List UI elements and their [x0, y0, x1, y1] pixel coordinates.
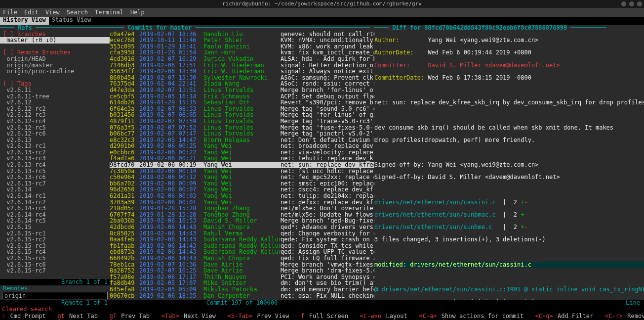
diff-pane: ──── Diff for 98fcd70b642dd843f80c92eeb6… [374, 25, 644, 306]
refs-tag-24[interactable]: v2.6.15-rc2 [0, 236, 110, 243]
commits-title: ──── Commits for master ────────────────… [110, 25, 374, 31]
diff-hunk1: @ drivers/net/ethernet/sun/cassini.c:190… [374, 286, 644, 293]
commit-row[interactable]: 35634ff2019-02-06 18:39 Eric W. Biederma… [110, 68, 374, 75]
remotes-input[interactable] [2, 292, 108, 299]
refs-tag-9[interactable]: v2.6.13-rc1 [0, 143, 110, 149]
remotes-header: Remotes [0, 285, 110, 292]
commit-row[interactable]: 6f64e3a2019-02-07 08:33 Linus TorvaldsMe… [110, 106, 374, 112]
menu-bar: File Edit View Search Terminal Help [0, 8, 644, 17]
refs-tag-2[interactable]: v2.6.12 [0, 99, 110, 106]
diff-msg1: net: sun: replace dev_kfree_skb_irq by d… [374, 99, 644, 106]
commit-row[interactable]: d2901b02019-02-06 00:25 Yang Weinet: bro… [110, 143, 374, 149]
commit-row[interactable]: 353c0952019-01-29 18:41 Paolo BonziniKVM… [110, 44, 374, 50]
menu-view[interactable]: View [45, 9, 60, 16]
commit-row[interactable]: c50e9642019-02-06 00:12 Yang Weinet: fec… [110, 174, 374, 181]
refs-tag-7[interactable]: v2.6.12-rc6 [0, 131, 110, 137]
diff-committer: Committer: David S. Miller <davem@daveml… [374, 62, 644, 69]
commit-row[interactable]: 78eb1ca2019-02-07 10:36 Dave AirlieMerge… [110, 262, 374, 268]
refs-title: ──── Refs ──────────────────────── [0, 25, 110, 31]
refs-tag-0[interactable]: v2.6.11 [0, 87, 110, 93]
refs-tag-14[interactable]: v2.6.13-rc6 [0, 174, 110, 181]
diff-filestat2: drivers/net/ethernet/sun/sunbmac.c | 2 +… [374, 212, 644, 218]
commit-row[interactable]: 7c3850a2019-02-06 00:14 Yang Weinet: fsl… [110, 168, 374, 175]
diff-soff1: Signed-off-by: Yang Wei <yang.wei9@zte.c… [374, 162, 644, 168]
refs-tag-22[interactable]: v2.6.15 [0, 224, 110, 230]
refs-remote-footer: Remote 1 of 1 [0, 300, 110, 306]
refs-tag-29[interactable]: v2.6.15-rc7 [0, 268, 110, 274]
commits-footer: Commit 197 of 100000 [110, 300, 374, 306]
refs-tag-27[interactable]: v2.6.15-rc5 [0, 255, 110, 262]
commit-row[interactable]: ce5cbf52019-02-05 16:14 Erik SchmaussACP… [110, 93, 374, 100]
maximize-icon[interactable] [629, 1, 634, 6]
commit-row[interactable]: 98fcd702019-02-06 00:19 Yang Weinet: sun… [110, 162, 374, 168]
commit-row[interactable]: fb1faab2019-02-06 14:43 Sudarsana Reddy … [110, 243, 374, 249]
commit-row[interactable]: b0314562019-02-07 08:05 Linus TorvaldsMe… [110, 112, 374, 118]
diff-title: ──── Diff for 98fcd70b642dd843f80c92eeb6… [374, 25, 644, 31]
diff-msg2: dev_consume_skb_irq() should be called w… [374, 125, 644, 131]
refs-tag-17[interactable]: v2.6.14-rc1 [0, 193, 110, 199]
menu-edit[interactable]: Edit [24, 9, 39, 16]
refs-pane: ──── Refs ──────────────────────── [ ] B… [0, 25, 110, 306]
diff-filestat1: drivers/net/ethernet/sun/cassini.c | 2 +… [374, 199, 644, 206]
commit-row[interactable]: c0a47e42019-02-07 18:36 Hangbin Liugenev… [110, 31, 374, 38]
commits-pane: ──── Commits for master ────────────────… [110, 25, 374, 306]
refs-branch-master[interactable]: master (↑0 ↓0) [0, 37, 110, 44]
commit-row[interactable]: d47e3da2019-02-07 11:51 Linus TorvaldsMe… [110, 87, 374, 93]
commit-row[interactable]: 62d1a312019-02-06 00:03 Yang Weinet: tul… [110, 193, 374, 199]
diff-author: Author: Yang Wei <yang.wei9@zte.com.cn> [374, 37, 644, 44]
tab-bar: History View Status View [0, 17, 644, 25]
commit-row[interactable]: 8a287522019-02-07 10:25 Dave AirlieMerge… [110, 268, 374, 274]
commit-row[interactable]: 4879f112019-02-07 07:59 Linus TorvaldsMe… [110, 118, 374, 125]
diff-commitdate: CommitterDate: Wed Feb 6 17:38:15 2019 -… [374, 75, 644, 81]
window-controls [621, 1, 642, 6]
close-icon[interactable] [637, 1, 642, 6]
menu-file[interactable]: File [3, 9, 17, 16]
commit-row[interactable]: ecec7682019-10-11 11:46 Peter ShierKVM: … [110, 37, 374, 44]
commit-row[interactable]: 3703a392019-02-06 00:01 Yang Weinet: def… [110, 199, 374, 206]
status-cleared-search: Cleared search [0, 306, 644, 313]
refs-tag-19[interactable]: v2.6.14-rc3 [0, 205, 110, 212]
diff-footer: Line 1 of 54 [374, 300, 644, 306]
commit-row[interactable]: bb6a7022019-02-06 00:09 Yang Weinet: sms… [110, 181, 374, 187]
commit-row[interactable]: f57a98e2019-02-06 17:17 Thinh NguyenPCI:… [110, 274, 374, 280]
commit-row[interactable]: 6707f742019-01-28 15:28 Tonghao Zhangnet… [110, 212, 374, 218]
commit-row[interactable]: 76375d42019-02-04 22:41 Jiada WangASoC: … [110, 81, 374, 87]
commit-row[interactable]: ebd873a2019-02-06 14:43 Sudarsana Reddy … [110, 249, 374, 255]
menu-help[interactable]: Help [130, 9, 145, 16]
tab-history-view[interactable]: History View [0, 17, 49, 25]
commit-row[interactable]: 96d26502019-02-06 00:07 Yang Weinet: dsc… [110, 186, 374, 193]
commit-row[interactable]: 0aa4feb2019-02-06 14:43 Sudarsana Reddy … [110, 236, 374, 243]
diff-soff2: Signed-off-by: David S. Miller <davem@da… [374, 174, 644, 181]
commit-row[interactable]: e0cbbc62019-02-06 00:22 Yang Weinet: via… [110, 149, 374, 156]
commit-row[interactable]: cfa39382019-01-26 01:54 Jann Hornkvm: fi… [110, 49, 374, 56]
commit-row[interactable]: 860b4542019-02-07 15:30 Sylwester Nawroc… [110, 75, 374, 81]
diff-mod1: modified: drivers/net/ethernet/sun/cassi… [374, 262, 644, 268]
refs-branch-footer: Branch 1 of 1 [0, 279, 110, 285]
menu-terminal[interactable]: Terminal [95, 9, 123, 16]
help-bar: : Cmd Prompt gt Next Tab gT Prev Tab <Ta… [0, 313, 644, 320]
refs-remote-2[interactable]: origin/proc-cmdline [0, 68, 110, 75]
diff-msg3: drop profiles(dropwatch, perf) more frie… [374, 137, 644, 143]
commit-row[interactable]: 076a3f52019-02-07 07:52 Linus TorvaldsMe… [110, 125, 374, 131]
commit-row[interactable]: 8c850252019-02-06 14:43 Rahul Vermaqed: … [110, 230, 374, 237]
commit-row[interactable]: 42dbcd62019-02-06 14:43 Manish Chopraqed… [110, 224, 374, 230]
menu-search[interactable]: Search [67, 9, 88, 16]
commit-row[interactable]: fa8db492019-02-05 17:07 Mike Snitzerdm: … [110, 280, 374, 286]
tab-status-view[interactable]: Status View [49, 17, 94, 25]
commit-row[interactable]: 00670cb2019-02-06 18:35 Dan Carpenternet… [110, 293, 374, 299]
commit-row[interactable]: 4cd30162019-02-07 16:29 Jurica VukadinAL… [110, 56, 374, 62]
minimize-icon[interactable] [621, 1, 626, 6]
refs-tag-5[interactable]: v2.6.12-rc4 [0, 118, 110, 125]
commit-row[interactable]: e8c32c32019-02-05 14:47 Bjorn Helgaasnet… [110, 137, 374, 143]
commit-row[interactable]: 645efa82019-02-05 05:09 Mikulas Patockad… [110, 286, 374, 293]
commit-row[interactable]: 7146db32019-02-06 17:51 Eric W. Biederma… [110, 62, 374, 69]
commit-row[interactable]: 660492b2019-02-06 14:43 Manish Chopraqed… [110, 255, 374, 262]
refs-remote-0[interactable]: origin/HEAD [0, 56, 110, 62]
diff-authordate: AuthorDate: Wed Feb 6 00:19:44 2019 +080… [374, 49, 644, 56]
commit-row[interactable]: 2ba036b2019-02-06 16:53 David S. MillerM… [110, 218, 374, 224]
refs-tag-12[interactable]: v2.6.13-rc4 [0, 162, 110, 168]
commit-row[interactable]: b06bc772019-02-07 07:47 Linus TorvaldsMe… [110, 131, 374, 137]
commit-row[interactable]: f4ad1a62019-02-06 00:21 Yang Weinet: teh… [110, 155, 374, 162]
commit-row[interactable]: 614db262019-01-29 15:15 Sebastian OttRev… [110, 99, 374, 106]
commit-row[interactable]: 218d05c2019-01-28 15:28 Tonghao Zhangnet… [110, 205, 374, 212]
